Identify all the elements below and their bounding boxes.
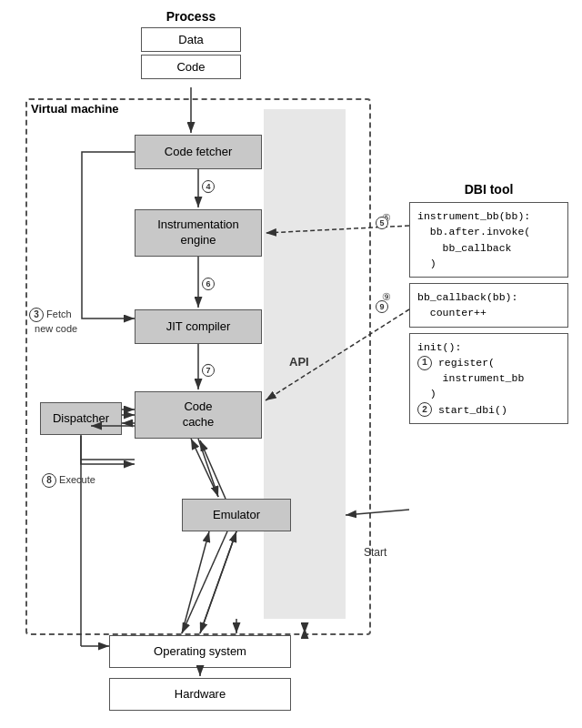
- circle-1: 1: [417, 356, 432, 370]
- circle-3: 3: [29, 308, 44, 322]
- emulator-box: Emulator: [182, 499, 291, 531]
- dbi-box-2: bb_callback(bb): counter++: [409, 283, 568, 328]
- instrumentation-engine-box: Instrumentationengine: [135, 209, 262, 257]
- step9-label: 9: [376, 300, 388, 313]
- code-box: Code: [141, 55, 241, 79]
- dbi-box-1: instrument_bb(bb): bb.after.invoke( bb_c…: [409, 202, 568, 278]
- dbi-tool-title: DBI tool: [409, 182, 568, 197]
- fetch-new-code-annotation: 3 Fetch new code: [29, 308, 77, 336]
- code-fetcher-box: Code fetcher: [135, 135, 262, 169]
- process-group: Process Data Code: [141, 9, 241, 82]
- dbi-tool-group: DBI tool instrument_bb(bb): bb.after.inv…: [409, 182, 568, 430]
- diagram-container: Process Data Code Virtual machine API Co…: [0, 0, 582, 728]
- vm-label: Virtual machine: [31, 102, 119, 116]
- data-box: Data: [141, 27, 241, 52]
- circle-8-execute: 8: [42, 473, 56, 488]
- execute-annotation: 8 Execute: [42, 473, 95, 488]
- step6-label: 6: [202, 278, 215, 290]
- dbi-box-3: init(): 1 register( instrument_bb ) 2 st…: [409, 333, 568, 424]
- process-label: Process: [166, 9, 216, 24]
- step4-label: 4: [202, 180, 215, 193]
- api-label: API: [289, 355, 309, 369]
- hardware-box: Hardware: [109, 678, 291, 711]
- start-label: Start: [364, 546, 386, 559]
- dispatcher-box: Dispatcher: [40, 402, 122, 435]
- jit-compiler-box: JIT compiler: [135, 309, 262, 344]
- code-cache-box: Codecache: [135, 391, 262, 439]
- os-box: Operating system: [109, 635, 291, 668]
- step5-label: 5: [376, 217, 388, 229]
- step7-label: 7: [202, 364, 215, 377]
- circle-2: 2: [417, 402, 432, 417]
